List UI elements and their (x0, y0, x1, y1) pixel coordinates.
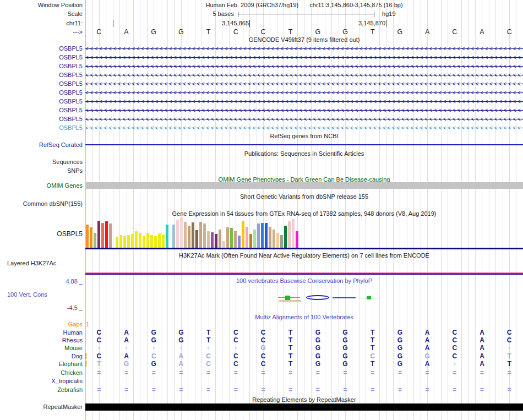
gtex-tissue-bar[interactable] (249, 234, 252, 248)
gene-transcript-row[interactable]: <<<<<<<<<<<<<<<<<<<<<<<<<<<<<<<<<<<<<<<<… (85, 107, 523, 114)
gtex-tissue-bar[interactable] (195, 230, 198, 248)
cons-mark-green-box-2[interactable] (367, 296, 371, 299)
gtex-tissue-bar[interactable] (188, 226, 190, 248)
omim-gene-bar[interactable] (85, 182, 523, 189)
gtex-tissue-bar[interactable] (146, 233, 149, 248)
species-label-zebrafish[interactable]: Zebrafish (57, 386, 83, 393)
gtex-tissue-bar[interactable] (284, 226, 287, 248)
gene-label[interactable]: OSBPL5 (59, 107, 83, 113)
gtex-tissue-bar[interactable] (269, 227, 271, 248)
gene-transcript-row[interactable]: <<<<<<<<<<<<<<<<<<<<<<<<<<<<<<<<<<<<<<<<… (85, 89, 523, 96)
gene-label[interactable]: OSBPL5 (59, 116, 83, 122)
species-label-rhesus[interactable]: Rhesus (62, 337, 83, 343)
gtex-gene-label[interactable]: OSBPL5 (57, 230, 83, 238)
gtex-tissue-bar[interactable] (172, 225, 175, 248)
gene-transcript-row[interactable]: <<<<<<<<<<<<<<<<<<<<<<<<<<<<<<<<<<<<<<<<… (85, 80, 523, 88)
gtex-tissue-bar[interactable] (265, 223, 268, 248)
gtex-tissue-bar[interactable] (226, 227, 229, 248)
gtex-tissue-bar[interactable] (292, 219, 295, 248)
gtex-tissue-bar[interactable] (158, 233, 161, 248)
gtex-tissue-bar[interactable] (261, 223, 264, 248)
gtex-tissue-bar[interactable] (288, 221, 291, 248)
dbsnp-label[interactable]: Common dbSNP(155) (23, 200, 83, 207)
gtex-tissue-bar[interactable] (86, 225, 89, 248)
gtex-tissue-bar[interactable] (119, 235, 122, 248)
repeatmasker-bar[interactable] (85, 403, 523, 411)
gtex-tissue-bar[interactable] (176, 220, 179, 248)
gtex-tissue-bar[interactable] (230, 228, 233, 248)
gtex-tissue-bar[interactable] (238, 236, 241, 248)
snps-label[interactable]: SNPs (67, 167, 83, 174)
gtex-tissue-bar[interactable] (192, 222, 194, 248)
gtex-tissue-bar[interactable] (199, 222, 202, 248)
h3k27ac-label[interactable]: Layered H3K27Ac (7, 260, 56, 266)
gene-label[interactable]: OSBPL5 (59, 45, 83, 52)
gtex-tissue-bar[interactable] (276, 233, 279, 248)
cons-track-label[interactable]: 100 Vert. Cons (7, 291, 47, 298)
gene-transcript-row[interactable]: <<<<<<<<<<<<<<<<<<<<<<<<<<<<<<<<<<<<<<<<… (85, 72, 523, 79)
cons-mark-green-box[interactable] (285, 296, 290, 300)
gene-label[interactable]: OSBPL5 (59, 80, 83, 87)
gtex-tissue-bar[interactable] (166, 225, 168, 248)
gene-transcript-row[interactable]: <<<<<<<<<<<<<<<<<<<<<<<<<<<<<<<<<<<<<<<<… (85, 63, 523, 70)
gene-label[interactable]: OSBPL5 (59, 98, 83, 105)
gtex-tissue-bar[interactable] (253, 230, 256, 248)
gene-label[interactable]: OSBPL5 (59, 63, 83, 69)
species-label-human[interactable]: Human (63, 329, 83, 336)
species-label-mouse[interactable]: Mouse (64, 345, 83, 351)
gtex-tissue-bar[interactable] (154, 236, 157, 248)
gtex-tissue-bar[interactable] (131, 234, 134, 248)
gene-transcript-row[interactable]: <<<<<<<<<<<<<<<<<<<<<<<<<<<<<<<<<<<<<<<<… (85, 98, 523, 105)
gene-label[interactable]: OSBPL5 (59, 89, 83, 96)
h3k27ac-signal-band[interactable] (85, 273, 523, 275)
cons-mark-ellipse[interactable] (306, 295, 329, 300)
species-label-chicken[interactable]: Chicken (61, 369, 83, 376)
cons-mark-blue-line[interactable] (333, 297, 356, 298)
gtex-tissue-bar[interactable] (135, 231, 138, 248)
gtex-tissue-bar[interactable] (215, 234, 217, 248)
gtex-tissue-bar[interactable] (296, 231, 298, 248)
omim-genes-label[interactable]: OMIM Genes (47, 182, 83, 189)
gtex-tissue-bar[interactable] (242, 221, 244, 248)
gtex-tissue-bar[interactable] (123, 236, 126, 248)
gene-transcript-row[interactable]: <<<<<<<<<<<<<<<<<<<<<<<<<<<<<<<<<<<<<<<<… (85, 124, 523, 132)
gene-label[interactable]: OSBPL5 (59, 54, 83, 61)
gtex-tissue-bar[interactable] (116, 237, 118, 248)
gene-transcript-row[interactable]: <<<<<<<<<<<<<<<<<<<<<<<<<<<<<<<<<<<<<<<<… (85, 116, 523, 123)
gtex-tissue-bar[interactable] (150, 235, 153, 248)
gtex-tissue-bar[interactable] (101, 223, 104, 248)
gtex-tissue-bar[interactable] (207, 231, 210, 248)
species-label-x_tropicalis[interactable]: X_tropicalis (51, 378, 83, 384)
gene-label[interactable]: OSBPL5 (59, 124, 83, 131)
gtex-tissue-bar[interactable] (105, 221, 108, 248)
gtex-tissue-bar[interactable] (257, 223, 260, 248)
gene-transcript-row[interactable]: <<<<<<<<<<<<<<<<<<<<<<<<<<<<<<<<<<<<<<<<… (85, 45, 523, 52)
gtex-tissue-bar[interactable] (234, 231, 237, 248)
gtex-tissue-bar[interactable] (109, 223, 112, 248)
gtex-tissue-bar[interactable] (273, 230, 275, 248)
gtex-tissue-bar[interactable] (280, 235, 283, 248)
gtex-tissue-bar[interactable] (94, 233, 96, 248)
gtex-tissue-bar[interactable] (184, 222, 187, 248)
repeatmasker-label[interactable]: RepeatMasker (43, 403, 83, 410)
gtex-tissue-bar[interactable] (246, 227, 248, 248)
gtex-tissue-bar[interactable] (127, 235, 130, 248)
gtex-tissue-bar[interactable] (211, 232, 214, 248)
species-label-elephant[interactable]: Elephant (59, 361, 83, 367)
refseq-gene-line[interactable] (85, 144, 523, 145)
refseq-curated-label[interactable]: RefSeq Curated (39, 141, 83, 148)
gtex-tissue-bar[interactable] (222, 241, 225, 248)
gtex-tissue-bar[interactable] (139, 233, 141, 248)
species-label-dog[interactable]: Dog (72, 353, 83, 359)
gene-label[interactable]: OSBPL5 (59, 72, 83, 78)
gtex-tissue-bar[interactable] (90, 227, 92, 248)
gene-transcript-row[interactable]: <<<<<<<<<<<<<<<<<<<<<<<<<<<<<<<<<<<<<<<<… (85, 54, 523, 61)
gtex-tissue-bar[interactable] (219, 230, 221, 248)
gtex-tissue-bar[interactable] (203, 223, 206, 248)
gtex-tissue-bar[interactable] (97, 221, 100, 248)
gtex-tissue-bar[interactable] (143, 236, 145, 248)
gtex-tissue-bar[interactable] (180, 217, 183, 248)
gtex-tissue-bar[interactable] (162, 234, 165, 248)
sequences-label[interactable]: Sequences (52, 159, 83, 165)
species-label-gaps[interactable]: Gaps (68, 321, 83, 328)
